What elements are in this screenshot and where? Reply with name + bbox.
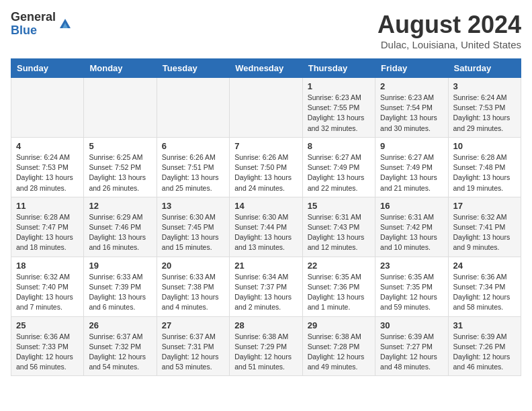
calendar-cell: 12Sunrise: 6:29 AM Sunset: 7:46 PM Dayli… <box>84 197 157 257</box>
day-number: 8 <box>308 141 370 151</box>
week-row-2: 4Sunrise: 6:24 AM Sunset: 7:53 PM Daylig… <box>11 137 521 197</box>
calendar-cell <box>157 78 229 138</box>
weekday-wednesday: Wednesday <box>230 59 302 78</box>
day-info: Sunrise: 6:33 AM Sunset: 7:39 PM Dayligh… <box>89 272 151 313</box>
day-number: 24 <box>453 261 516 271</box>
day-number: 18 <box>16 261 79 271</box>
week-row-4: 18Sunrise: 6:32 AM Sunset: 7:40 PM Dayli… <box>11 257 521 316</box>
calendar-cell: 2Sunrise: 6:23 AM Sunset: 7:54 PM Daylig… <box>375 78 448 138</box>
day-info: Sunrise: 6:36 AM Sunset: 7:34 PM Dayligh… <box>453 272 516 313</box>
day-info: Sunrise: 6:38 AM Sunset: 7:29 PM Dayligh… <box>234 332 297 373</box>
calendar-cell: 6Sunrise: 6:26 AM Sunset: 7:51 PM Daylig… <box>157 137 229 197</box>
week-row-3: 11Sunrise: 6:28 AM Sunset: 7:47 PM Dayli… <box>11 197 521 257</box>
title-block: August 2024 Dulac, Louisiana, United Sta… <box>378 11 521 50</box>
calendar-cell: 3Sunrise: 6:24 AM Sunset: 7:53 PM Daylig… <box>448 78 521 138</box>
calendar-cell: 7Sunrise: 6:26 AM Sunset: 7:50 PM Daylig… <box>230 137 302 197</box>
month-title: August 2024 <box>378 11 521 39</box>
day-info: Sunrise: 6:31 AM Sunset: 7:42 PM Dayligh… <box>380 212 443 253</box>
day-number: 30 <box>380 320 443 330</box>
calendar-cell: 29Sunrise: 6:38 AM Sunset: 7:28 PM Dayli… <box>302 316 375 376</box>
day-info: Sunrise: 6:32 AM Sunset: 7:40 PM Dayligh… <box>16 272 79 313</box>
day-number: 3 <box>453 81 516 91</box>
day-info: Sunrise: 6:23 AM Sunset: 7:55 PM Dayligh… <box>308 93 370 134</box>
day-info: Sunrise: 6:38 AM Sunset: 7:28 PM Dayligh… <box>308 332 370 373</box>
day-number: 23 <box>380 261 443 271</box>
logo: General Blue <box>11 11 73 38</box>
day-info: Sunrise: 6:26 AM Sunset: 7:50 PM Dayligh… <box>234 152 297 193</box>
day-number: 17 <box>453 201 516 211</box>
calendar-cell: 22Sunrise: 6:35 AM Sunset: 7:36 PM Dayli… <box>302 257 375 316</box>
calendar-cell <box>84 78 157 138</box>
day-number: 26 <box>89 320 151 330</box>
day-number: 31 <box>453 320 516 330</box>
calendar-cell: 16Sunrise: 6:31 AM Sunset: 7:42 PM Dayli… <box>375 197 448 257</box>
weekday-thursday: Thursday <box>302 59 375 78</box>
calendar-cell: 20Sunrise: 6:33 AM Sunset: 7:38 PM Dayli… <box>157 257 229 316</box>
week-row-5: 25Sunrise: 6:36 AM Sunset: 7:33 PM Dayli… <box>11 316 521 376</box>
calendar-cell: 28Sunrise: 6:38 AM Sunset: 7:29 PM Dayli… <box>230 316 302 376</box>
day-number: 20 <box>162 261 224 271</box>
calendar-cell: 9Sunrise: 6:27 AM Sunset: 7:49 PM Daylig… <box>375 137 448 197</box>
day-info: Sunrise: 6:29 AM Sunset: 7:46 PM Dayligh… <box>89 212 151 253</box>
location: Dulac, Louisiana, United States <box>378 39 521 50</box>
logo-general-text: General <box>11 11 56 24</box>
day-number: 28 <box>234 320 297 330</box>
calendar-table: SundayMondayTuesdayWednesdayThursdayFrid… <box>11 58 521 376</box>
day-number: 12 <box>89 201 151 211</box>
day-info: Sunrise: 6:37 AM Sunset: 7:32 PM Dayligh… <box>89 332 151 373</box>
calendar-cell: 31Sunrise: 6:39 AM Sunset: 7:26 PM Dayli… <box>448 316 521 376</box>
day-number: 11 <box>16 201 79 211</box>
day-info: Sunrise: 6:34 AM Sunset: 7:37 PM Dayligh… <box>234 272 297 313</box>
weekday-monday: Monday <box>84 59 157 78</box>
calendar-cell: 15Sunrise: 6:31 AM Sunset: 7:43 PM Dayli… <box>302 197 375 257</box>
calendar-cell: 5Sunrise: 6:25 AM Sunset: 7:52 PM Daylig… <box>84 137 157 197</box>
day-number: 22 <box>308 261 370 271</box>
calendar-cell <box>11 78 84 138</box>
day-info: Sunrise: 6:37 AM Sunset: 7:31 PM Dayligh… <box>162 332 224 373</box>
week-row-1: 1Sunrise: 6:23 AM Sunset: 7:55 PM Daylig… <box>11 78 521 138</box>
day-info: Sunrise: 6:30 AM Sunset: 7:45 PM Dayligh… <box>162 212 224 253</box>
calendar-cell: 30Sunrise: 6:39 AM Sunset: 7:27 PM Dayli… <box>375 316 448 376</box>
day-info: Sunrise: 6:39 AM Sunset: 7:26 PM Dayligh… <box>453 332 516 373</box>
calendar-cell: 8Sunrise: 6:27 AM Sunset: 7:49 PM Daylig… <box>302 137 375 197</box>
weekday-sunday: Sunday <box>11 59 84 78</box>
day-info: Sunrise: 6:25 AM Sunset: 7:52 PM Dayligh… <box>89 152 151 193</box>
day-number: 21 <box>234 261 297 271</box>
calendar-cell: 21Sunrise: 6:34 AM Sunset: 7:37 PM Dayli… <box>230 257 302 316</box>
weekday-tuesday: Tuesday <box>157 59 229 78</box>
calendar-cell: 24Sunrise: 6:36 AM Sunset: 7:34 PM Dayli… <box>448 257 521 316</box>
calendar-cell: 18Sunrise: 6:32 AM Sunset: 7:40 PM Dayli… <box>11 257 84 316</box>
calendar-cell: 23Sunrise: 6:35 AM Sunset: 7:35 PM Dayli… <box>375 257 448 316</box>
day-info: Sunrise: 6:28 AM Sunset: 7:47 PM Dayligh… <box>16 212 79 253</box>
day-number: 2 <box>380 81 443 91</box>
logo-icon <box>57 16 73 32</box>
calendar-cell <box>230 78 302 138</box>
calendar-cell: 1Sunrise: 6:23 AM Sunset: 7:55 PM Daylig… <box>302 78 375 138</box>
day-info: Sunrise: 6:39 AM Sunset: 7:27 PM Dayligh… <box>380 332 443 373</box>
day-info: Sunrise: 6:31 AM Sunset: 7:43 PM Dayligh… <box>308 212 370 253</box>
day-info: Sunrise: 6:24 AM Sunset: 7:53 PM Dayligh… <box>453 93 516 134</box>
day-info: Sunrise: 6:35 AM Sunset: 7:35 PM Dayligh… <box>380 272 443 313</box>
calendar-cell: 19Sunrise: 6:33 AM Sunset: 7:39 PM Dayli… <box>84 257 157 316</box>
day-info: Sunrise: 6:27 AM Sunset: 7:49 PM Dayligh… <box>380 152 443 193</box>
day-number: 15 <box>308 201 370 211</box>
day-number: 27 <box>162 320 224 330</box>
day-info: Sunrise: 6:33 AM Sunset: 7:38 PM Dayligh… <box>162 272 224 313</box>
calendar-cell: 11Sunrise: 6:28 AM Sunset: 7:47 PM Dayli… <box>11 197 84 257</box>
calendar-cell: 17Sunrise: 6:32 AM Sunset: 7:41 PM Dayli… <box>448 197 521 257</box>
weekday-saturday: Saturday <box>448 59 521 78</box>
day-number: 25 <box>16 320 79 330</box>
calendar-cell: 27Sunrise: 6:37 AM Sunset: 7:31 PM Dayli… <box>157 316 229 376</box>
day-info: Sunrise: 6:35 AM Sunset: 7:36 PM Dayligh… <box>308 272 370 313</box>
day-number: 14 <box>234 201 297 211</box>
logo-blue-text: Blue <box>11 24 56 38</box>
day-info: Sunrise: 6:24 AM Sunset: 7:53 PM Dayligh… <box>16 152 79 193</box>
calendar-cell: 14Sunrise: 6:30 AM Sunset: 7:44 PM Dayli… <box>230 197 302 257</box>
day-info: Sunrise: 6:30 AM Sunset: 7:44 PM Dayligh… <box>234 212 297 253</box>
day-info: Sunrise: 6:23 AM Sunset: 7:54 PM Dayligh… <box>380 93 443 134</box>
day-info: Sunrise: 6:36 AM Sunset: 7:33 PM Dayligh… <box>16 332 79 373</box>
day-number: 13 <box>162 201 224 211</box>
calendar-cell: 25Sunrise: 6:36 AM Sunset: 7:33 PM Dayli… <box>11 316 84 376</box>
calendar-cell: 4Sunrise: 6:24 AM Sunset: 7:53 PM Daylig… <box>11 137 84 197</box>
day-number: 9 <box>380 141 443 151</box>
